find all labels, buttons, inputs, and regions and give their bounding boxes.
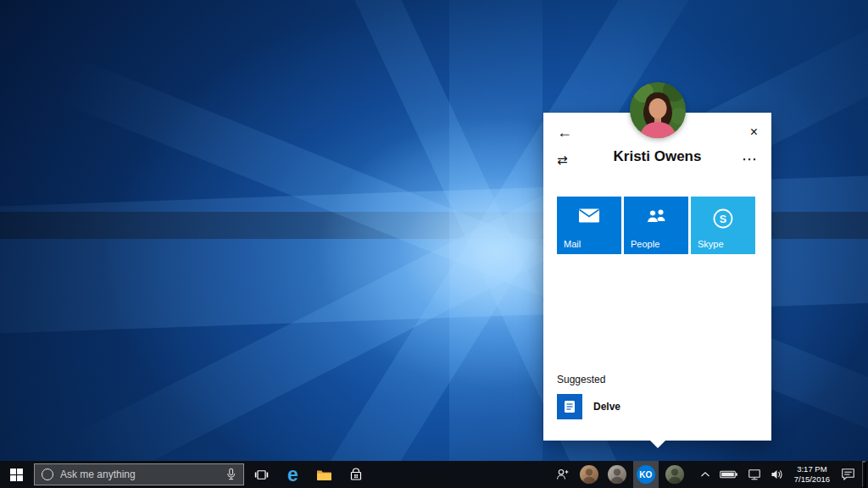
contact-photo-illustration bbox=[630, 82, 686, 138]
flyout-pointer bbox=[650, 441, 665, 448]
task-view-button[interactable] bbox=[246, 461, 277, 488]
people-tile[interactable]: People bbox=[624, 197, 688, 254]
start-button[interactable] bbox=[0, 461, 32, 488]
microphone-icon bbox=[225, 468, 236, 481]
store-button[interactable] bbox=[340, 461, 371, 488]
network-button[interactable] bbox=[745, 461, 764, 488]
network-icon bbox=[748, 469, 761, 481]
suggested-app-delve[interactable]: Delve bbox=[557, 394, 620, 419]
mail-tile-label: Mail bbox=[564, 239, 581, 249]
pinned-contact-3[interactable] bbox=[663, 461, 687, 488]
delve-tile bbox=[557, 394, 582, 419]
mail-tile[interactable]: Mail bbox=[557, 197, 621, 254]
microphone-button[interactable] bbox=[225, 468, 236, 481]
pinned-contact-ko-active[interactable]: KO bbox=[633, 461, 659, 488]
back-button[interactable]: ← bbox=[554, 121, 576, 143]
desktop: ← × ⇄ ⋯ Kristi Owens bbox=[0, 0, 868, 488]
svg-text:S: S bbox=[720, 214, 726, 225]
skype-tile[interactable]: S Skype bbox=[691, 197, 755, 254]
contact-avatar bbox=[608, 465, 626, 484]
system-tray: KO bbox=[553, 461, 868, 488]
show-desktop-button[interactable] bbox=[862, 461, 866, 488]
task-view-icon bbox=[254, 469, 269, 481]
avatar-silhouette-icon bbox=[665, 465, 684, 484]
contact-avatar bbox=[580, 465, 598, 484]
windows-logo-icon bbox=[10, 469, 23, 481]
action-center-button[interactable] bbox=[838, 461, 858, 488]
volume-button[interactable] bbox=[768, 461, 786, 488]
close-button[interactable]: × bbox=[747, 122, 761, 142]
suggested-heading: Suggested bbox=[557, 374, 605, 385]
skype-s-icon: S bbox=[712, 208, 734, 230]
edge-icon: e bbox=[287, 465, 298, 485]
chevron-up-icon bbox=[700, 471, 710, 478]
search-input[interactable] bbox=[60, 469, 219, 480]
people-bar-icon bbox=[555, 468, 570, 481]
mail-envelope-icon bbox=[578, 208, 600, 224]
action-center-icon bbox=[841, 468, 855, 481]
contact-photo bbox=[630, 82, 686, 138]
avatar-silhouette-icon bbox=[608, 465, 626, 484]
store-icon bbox=[349, 468, 363, 481]
contact-name: Kristi Owens bbox=[543, 148, 771, 165]
people-silhouettes-icon bbox=[645, 208, 667, 224]
avatar-silhouette-icon bbox=[580, 465, 598, 484]
cortana-search-box[interactable] bbox=[34, 463, 244, 485]
volume-icon bbox=[771, 469, 783, 480]
tray-overflow-button[interactable] bbox=[698, 461, 713, 488]
file-explorer-button[interactable] bbox=[309, 461, 340, 488]
pinned-contact-1[interactable] bbox=[577, 461, 601, 488]
taskbar: e bbox=[0, 461, 868, 488]
people-bar-button[interactable] bbox=[553, 461, 573, 488]
my-people-flyout: ← × ⇄ ⋯ Kristi Owens bbox=[543, 113, 771, 441]
file-explorer-icon bbox=[316, 468, 332, 481]
suggested-app-label: Delve bbox=[593, 401, 620, 413]
battery-icon bbox=[720, 469, 738, 480]
clock-time: 3:17 PM bbox=[797, 464, 826, 474]
contact-avatar bbox=[665, 465, 684, 484]
pinned-contact-2[interactable] bbox=[605, 461, 629, 488]
clock-date: 7/15/2016 bbox=[794, 474, 830, 485]
skype-tile-label: Skype bbox=[698, 239, 724, 249]
edge-browser-button[interactable]: e bbox=[277, 461, 309, 488]
clock[interactable]: 3:17 PM 7/15/2016 bbox=[790, 461, 834, 488]
app-tiles: Mail People S Skype bbox=[557, 197, 755, 254]
ko-avatar-badge: KO bbox=[637, 465, 655, 484]
battery-button[interactable] bbox=[717, 461, 741, 488]
people-tile-label: People bbox=[631, 239, 659, 249]
delve-document-icon bbox=[562, 399, 577, 414]
cortana-circle-icon bbox=[42, 469, 53, 480]
